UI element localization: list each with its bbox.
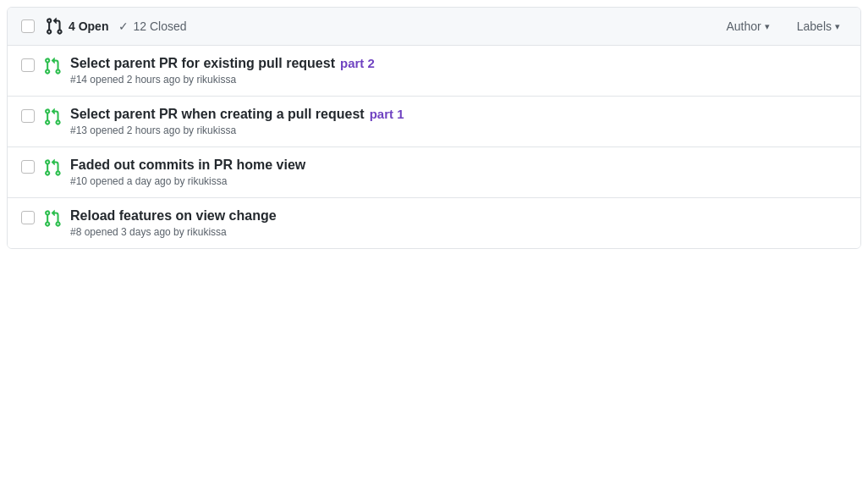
pr-content-0: Select parent PR for existing pull reque… [70, 56, 847, 86]
pr-list-item: Select parent PR when creating a pull re… [8, 97, 860, 147]
pr-status-icon-2 [43, 158, 62, 180]
header-right: Author ▾ Labels ▾ [719, 16, 847, 36]
pr-title-2[interactable]: Faded out commits in PR home view [70, 158, 305, 173]
closed-count[interactable]: ✓ 12 Closed [118, 19, 186, 33]
pr-meta-0: #14 opened 2 hours ago by rikukissa [70, 74, 847, 86]
labels-dropdown[interactable]: Labels ▾ [790, 16, 847, 36]
author-caret: ▾ [765, 21, 770, 32]
select-all-checkbox[interactable] [21, 19, 35, 33]
pr-title-row-2: Faded out commits in PR home view [70, 158, 847, 173]
pull-request-list: 4 Open ✓ 12 Closed Author ▾ Labels ▾ [7, 7, 861, 249]
pr-label-1[interactable]: part 1 [370, 107, 404, 121]
pr-list-item: Select parent PR for existing pull reque… [8, 46, 860, 97]
pr-list-item: Faded out commits in PR home view #10 op… [8, 147, 860, 198]
pr-open-icon [45, 17, 63, 36]
pr-checkbox-3[interactable] [21, 211, 35, 224]
pr-list-header: 4 Open ✓ 12 Closed Author ▾ Labels ▾ [8, 8, 860, 46]
pr-checkbox-2[interactable] [21, 160, 35, 174]
pr-meta-1: #13 opened 2 hours ago by rikukissa [70, 124, 847, 136]
pr-list-item: Reload features on view change #8 opened… [8, 198, 860, 248]
pr-title-row-0: Select parent PR for existing pull reque… [70, 56, 847, 71]
open-count[interactable]: 4 Open [45, 17, 108, 36]
labels-label: Labels [797, 19, 832, 33]
pr-status-icon-3 [43, 209, 62, 230]
pr-label-0[interactable]: part 2 [340, 56, 375, 70]
pr-title-row-3: Reload features on view change [70, 208, 847, 224]
pr-content-1: Select parent PR when creating a pull re… [70, 107, 847, 136]
header-left: 4 Open ✓ 12 Closed [21, 17, 706, 36]
check-icon: ✓ [118, 19, 129, 33]
closed-count-label: 12 Closed [133, 19, 186, 33]
open-count-label: 4 Open [69, 19, 108, 33]
pr-items-container: Select parent PR for existing pull reque… [8, 46, 860, 248]
labels-caret: ▾ [835, 21, 840, 32]
pr-content-3: Reload features on view change #8 opened… [70, 208, 847, 238]
pr-content-2: Faded out commits in PR home view #10 op… [70, 158, 847, 187]
pr-title-1[interactable]: Select parent PR when creating a pull re… [70, 107, 365, 122]
pr-status-icon-1 [43, 108, 62, 129]
author-label: Author [726, 19, 761, 33]
pr-meta-3: #8 opened 3 days ago by rikukissa [70, 226, 847, 238]
author-dropdown[interactable]: Author ▾ [719, 16, 776, 36]
pr-checkbox-0[interactable] [21, 58, 35, 72]
pr-title-0[interactable]: Select parent PR for existing pull reque… [70, 56, 335, 71]
pr-title-3[interactable]: Reload features on view change [70, 208, 277, 224]
pr-meta-2: #10 opened a day ago by rikukissa [70, 175, 847, 187]
pr-checkbox-1[interactable] [21, 109, 35, 123]
pr-title-row-1: Select parent PR when creating a pull re… [70, 107, 847, 122]
pr-status-icon-0 [43, 57, 62, 78]
